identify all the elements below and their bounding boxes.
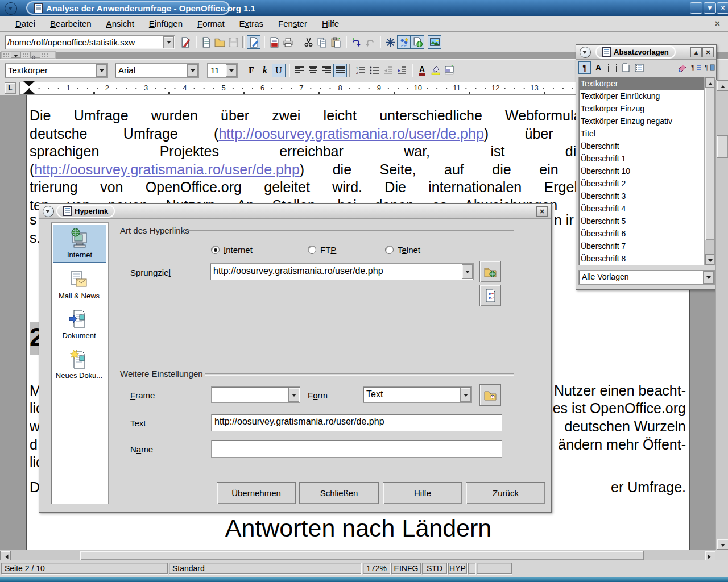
style-list-item[interactable]: Überschrift 7 <box>579 240 714 252</box>
paragraph-background-icon[interactable] <box>442 64 456 77</box>
save-icon[interactable] <box>226 35 240 49</box>
events-button[interactable] <box>479 384 501 406</box>
style-list-item[interactable]: Überschrift 2 <box>579 177 714 190</box>
online-layout-icon[interactable] <box>411 35 424 49</box>
font-name-select[interactable]: Arial <box>115 63 199 78</box>
style-list-scrollbar[interactable] <box>704 77 714 265</box>
frame-styles-icon[interactable] <box>606 61 618 74</box>
radio-button-icon[interactable] <box>308 246 316 254</box>
close-document-icon[interactable]: × <box>715 19 720 29</box>
stylist-title-bar[interactable]: Absatzvorlagen ▲ ✕ <box>576 45 716 60</box>
frame-dropdown-icon[interactable] <box>288 388 299 402</box>
undo-icon[interactable] <box>349 35 363 49</box>
character-styles-icon[interactable]: A <box>592 61 605 74</box>
decrease-indent-icon[interactable] <box>381 64 395 77</box>
font-size-select[interactable]: 11 <box>207 63 238 78</box>
target-input[interactable]: http://oosurvey.gratismania.ro/user/de.p… <box>210 263 474 280</box>
style-dropdown-icon[interactable] <box>96 64 107 77</box>
navigator-icon[interactable] <box>383 35 397 49</box>
indent-marker[interactable] <box>23 81 35 94</box>
form-select[interactable]: Text <box>363 386 472 403</box>
category-internet[interactable]: Internet <box>53 225 106 263</box>
horizontal-ruler[interactable]: 12345678910111213 <box>19 82 577 95</box>
new-document-icon[interactable] <box>199 35 213 49</box>
url-dropdown-icon[interactable] <box>163 36 174 48</box>
horizontal-scroll-thumb[interactable] <box>80 551 644 560</box>
numbering-styles-icon[interactable] <box>633 61 646 74</box>
url-input[interactable]: /home/rolf/openoffice/statistik.sxw <box>5 35 175 49</box>
dialog-title-bar[interactable]: Hyperlink ✕ <box>39 204 551 219</box>
redo-icon[interactable] <box>363 35 377 49</box>
status-hyperlink-mode[interactable]: HYP <box>448 563 467 574</box>
find-icon[interactable] <box>30 52 40 58</box>
menu-item[interactable]: Hilfe <box>315 17 346 30</box>
text-input[interactable]: http://oosurvey.gratismania.ro/user/de.p… <box>211 414 502 431</box>
menu-item[interactable]: Ansicht <box>99 17 142 30</box>
category-new-document[interactable]: Neues Doku... <box>53 349 105 380</box>
style-list-item[interactable]: Titel <box>579 127 714 140</box>
close-dialog-button[interactable]: Schließen <box>299 482 379 504</box>
vertical-scrollbar[interactable] <box>715 80 728 550</box>
tab-type-selector[interactable]: L <box>5 82 16 94</box>
status-modified[interactable] <box>468 563 475 574</box>
category-mail-news[interactable]: Mail & News <box>53 269 105 300</box>
minimize-button[interactable]: _ <box>690 2 702 14</box>
italic-button[interactable]: k <box>258 64 272 77</box>
page-styles-icon[interactable] <box>619 61 632 74</box>
style-list-item[interactable]: Überschrift 8 <box>579 252 714 265</box>
style-list-item[interactable]: Überschrift 10 <box>579 165 714 177</box>
menu-item[interactable]: Format <box>190 17 232 30</box>
scroll-right-icon[interactable] <box>705 551 715 560</box>
toolbar-grip[interactable] <box>3 53 10 57</box>
radio-telnet[interactable]: Telnet <box>385 245 420 255</box>
stylist-icon[interactable] <box>397 35 411 49</box>
web-browser-button[interactable] <box>479 261 501 282</box>
font-dropdown-icon[interactable] <box>187 64 198 77</box>
align-center-button[interactable] <box>306 64 320 77</box>
help-button[interactable]: Hilfe <box>383 482 462 504</box>
style-list-item[interactable]: Textkörper Einrückung <box>579 90 714 102</box>
scroll-left-icon[interactable] <box>0 551 11 560</box>
style-list-item[interactable]: Überschrift 5 <box>579 215 714 227</box>
filter-dropdown-icon[interactable] <box>703 271 714 284</box>
cut-icon[interactable] <box>301 35 315 49</box>
increase-indent-icon[interactable] <box>395 64 408 77</box>
target-dropdown-icon[interactable] <box>462 264 473 279</box>
underline-button[interactable]: U <box>272 64 286 77</box>
status-insert-mode[interactable]: EINFG <box>391 563 421 574</box>
horizontal-scrollbar[interactable] <box>0 550 715 560</box>
fill-format-mode-icon[interactable] <box>676 61 689 74</box>
highlighting-icon[interactable] <box>429 64 442 77</box>
maximize-button[interactable]: ▼ <box>704 2 716 14</box>
status-extra[interactable] <box>477 563 512 574</box>
stylist-menu-button[interactable] <box>580 47 591 58</box>
radio-ftp[interactable]: FTP <box>308 245 336 255</box>
status-page[interactable]: Seite 2 / 10 <box>1 563 168 574</box>
paragraph-style-select[interactable]: Textkörper <box>5 63 108 78</box>
style-list-item[interactable]: Textkörper Einzug negativ <box>579 115 714 127</box>
apply-button[interactable]: Übernehmen <box>217 482 296 504</box>
hyperlink-text[interactable]: http://oosurvey.gratismania.ro/user/de.p… <box>34 161 299 177</box>
expand-toolbar-icon[interactable] <box>11 52 21 58</box>
size-dropdown-icon[interactable] <box>226 64 237 77</box>
numbered-list-icon[interactable]: 12 <box>354 64 367 77</box>
print-icon[interactable] <box>281 35 295 49</box>
form-dropdown-icon[interactable] <box>460 388 471 402</box>
load-url-icon[interactable] <box>179 35 192 49</box>
category-document[interactable]: Dokument <box>53 309 105 340</box>
scroll-down-icon[interactable] <box>705 254 715 265</box>
new-style-from-selection-icon[interactable]: ¶ <box>690 61 702 74</box>
scroll-up-icon[interactable] <box>717 80 728 91</box>
close-button[interactable]: × <box>717 2 728 14</box>
style-list-item[interactable]: Textkörper <box>579 77 714 90</box>
stylist-shade-button[interactable]: ▲ <box>690 47 702 57</box>
style-list-item[interactable]: Textkörper Einzug <box>579 102 714 115</box>
menu-item[interactable]: Datei <box>8 17 43 30</box>
toolbar-grip[interactable] <box>22 53 29 57</box>
gallery-icon[interactable] <box>428 35 441 49</box>
scroll-down-icon[interactable] <box>717 539 728 550</box>
name-input[interactable] <box>211 440 502 458</box>
align-justify-button[interactable] <box>333 64 347 77</box>
edit-file-icon[interactable] <box>247 35 260 49</box>
open-file-icon[interactable] <box>213 35 226 49</box>
